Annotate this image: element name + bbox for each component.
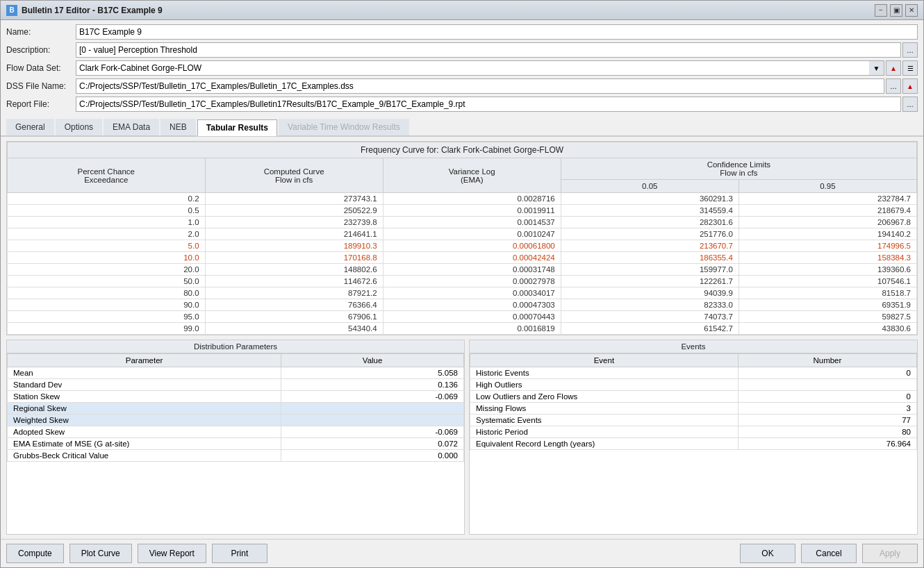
dss-file-field-group: … ▲ — [76, 78, 918, 94]
event-number-cell — [738, 379, 916, 391]
description-input[interactable] — [76, 42, 901, 58]
param-value-cell: -0.069 — [281, 426, 464, 438]
minimize-button[interactable]: − — [875, 4, 887, 17]
freq-col-variance-header: Variance Log(EMA) — [383, 158, 561, 193]
report-file-input[interactable] — [76, 97, 901, 112]
close-button[interactable]: ✕ — [905, 4, 918, 17]
list-item: High Outliers — [470, 379, 917, 391]
freq-cl05-cell: 282301.6 — [561, 217, 739, 228]
flow-data-set-select[interactable]: Clark Fork-Cabinet Gorge-FLOW — [76, 60, 869, 76]
list-item: Regional Skew — [8, 403, 464, 415]
table-row: 20.0 148802.6 0.00031748 159977.0 139360… — [8, 264, 917, 276]
events-col-event-header: Event — [470, 354, 739, 367]
table-row: 80.0 87921.2 0.00034017 94039.9 81518.7 — [8, 287, 917, 299]
list-item: EMA Estimate of MSE (G at-site) 0.072 — [8, 438, 464, 450]
freq-cl95-cell: 81518.7 — [739, 287, 916, 299]
freq-cl95-cell: 43830.6 — [739, 323, 916, 335]
event-name-cell: Historic Events — [470, 367, 739, 379]
flow-data-set-dropdown-arrow[interactable]: ▼ — [869, 60, 884, 76]
param-name-cell: Weighted Skew — [8, 415, 281, 426]
freq-cl05-cell: 74073.7 — [561, 311, 739, 323]
compute-button[interactable]: Compute — [6, 544, 64, 563]
cancel-button[interactable]: Cancel — [801, 544, 857, 563]
action-bar: Compute Plot Curve View Report Print OK … — [1, 539, 923, 567]
description-row: Description: … — [6, 42, 918, 58]
freq-cl05-cell: 82333.0 — [561, 299, 739, 311]
restore-button[interactable]: ▣ — [890, 4, 902, 17]
description-browse-button[interactable]: … — [902, 42, 918, 58]
freq-variance-cell: 0.00070443 — [383, 311, 561, 323]
event-number-cell: 0 — [738, 367, 916, 379]
flow-data-set-select-wrapper: Clark Fork-Cabinet Gorge-FLOW ▼ — [76, 60, 884, 76]
frequency-curve-table: Frequency Curve for: Clark Fork-Cabinet … — [7, 142, 917, 335]
dss-file-input[interactable] — [76, 78, 884, 94]
frequency-curve-table-container: Frequency Curve for: Clark Fork-Cabinet … — [6, 141, 918, 335]
tab-neb[interactable]: NEB — [160, 119, 196, 135]
param-name-cell: Mean — [8, 367, 281, 379]
flow-data-set-chart-button[interactable]: ▲ — [886, 60, 901, 76]
table-row: 2.0 214641.1 0.0010247 251776.0 194140.2 — [8, 228, 917, 240]
param-name-cell: Adopted Skew — [8, 426, 281, 438]
app-icon: B — [6, 5, 17, 16]
bottom-section: Distribution Parameters Parameter Value … — [6, 340, 918, 535]
freq-cl95-cell: 59827.5 — [739, 311, 916, 323]
name-input[interactable] — [76, 24, 918, 40]
list-item: Grubbs-Beck Critical Value 0.000 — [8, 450, 464, 462]
freq-cl05-cell: 159977.0 — [561, 264, 739, 276]
dss-file-chart-button[interactable]: ▲ — [902, 78, 918, 94]
freq-variance-cell: 0.0014537 — [383, 217, 561, 228]
apply-button[interactable]: Apply — [862, 544, 918, 563]
list-item: Adopted Skew -0.069 — [8, 426, 464, 438]
events-table: Event Number Historic Events 0 High Outl… — [470, 353, 917, 450]
freq-pce-cell: 5.0 — [8, 240, 206, 252]
events-panel: Events Event Number Historic Events 0 Hi… — [469, 340, 918, 535]
plot-curve-button[interactable]: Plot Curve — [69, 544, 132, 563]
freq-pce-cell: 80.0 — [8, 287, 206, 299]
freq-computed-cell: 170168.8 — [205, 252, 383, 264]
tab-general[interactable]: General — [6, 119, 54, 135]
param-name-cell: Station Skew — [8, 391, 281, 403]
events-title: Events — [470, 340, 917, 353]
table-row: 0.5 250522.9 0.0019911 314559.4 218679.4 — [8, 205, 917, 217]
freq-cl05-cell: 213670.7 — [561, 240, 739, 252]
flow-data-set-list-button[interactable]: ☰ — [902, 60, 918, 76]
freq-computed-cell: 87921.2 — [205, 287, 383, 299]
freq-pce-cell: 10.0 — [8, 252, 206, 264]
print-button[interactable]: Print — [212, 544, 267, 563]
param-value-cell — [281, 415, 464, 426]
list-item: Missing Flows 3 — [470, 403, 917, 415]
freq-computed-cell: 114672.6 — [205, 276, 383, 287]
freq-computed-cell: 250522.9 — [205, 205, 383, 217]
param-value-cell: -0.069 — [281, 391, 464, 403]
freq-cl95-cell: 206967.8 — [739, 217, 916, 228]
param-name-cell: EMA Estimate of MSE (G at-site) — [8, 438, 281, 450]
freq-cl05-cell: 251776.0 — [561, 228, 739, 240]
freq-cl05-cell: 360291.3 — [561, 193, 739, 205]
freq-variance-cell: 0.00047303 — [383, 299, 561, 311]
freq-cl05-cell: 122261.7 — [561, 276, 739, 287]
dss-file-browse-button[interactable]: … — [886, 78, 901, 94]
freq-variance-cell: 0.0028716 — [383, 193, 561, 205]
ok-button[interactable]: OK — [740, 544, 795, 563]
view-report-button[interactable]: View Report — [138, 544, 206, 563]
distribution-params-panel: Distribution Parameters Parameter Value … — [6, 340, 465, 535]
freq-col-cl95-header: 0.95 — [739, 180, 916, 193]
table-row: 95.0 67906.1 0.00070443 74073.7 59827.5 — [8, 311, 917, 323]
table-row: 1.0 232739.8 0.0014537 282301.6 206967.8 — [8, 217, 917, 228]
list-item: Station Skew -0.069 — [8, 391, 464, 403]
tab-options[interactable]: Options — [56, 119, 102, 135]
freq-variance-cell: 0.00061800 — [383, 240, 561, 252]
freq-col-pce-header: Percent ChanceExceedance — [8, 158, 206, 193]
report-file-browse-button[interactable]: … — [902, 97, 918, 112]
tab-ema-data[interactable]: EMA Data — [104, 119, 159, 135]
dss-file-row: DSS File Name: … ▲ — [6, 78, 918, 94]
freq-pce-cell: 0.5 — [8, 205, 206, 217]
report-file-label: Report File: — [6, 99, 76, 109]
action-buttons-right: OK Cancel Apply — [740, 544, 918, 563]
event-number-cell: 0 — [738, 391, 916, 403]
table-row: 50.0 114672.6 0.00027978 122261.7 107546… — [8, 276, 917, 287]
tab-tabular-results[interactable]: Tabular Results — [197, 119, 277, 136]
report-file-row: Report File: … — [6, 97, 918, 112]
name-row: Name: — [6, 24, 918, 40]
freq-computed-cell: 189910.3 — [205, 240, 383, 252]
